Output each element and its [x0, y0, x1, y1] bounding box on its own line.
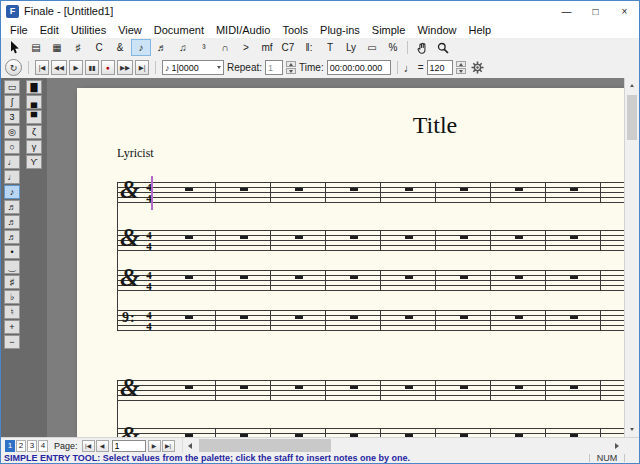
staff-6[interactable]: & — [117, 428, 624, 437]
speedy-entry-tool[interactable]: ♬ — [152, 39, 172, 56]
counter-input[interactable] — [172, 63, 216, 73]
scroll-up-button[interactable] — [625, 78, 639, 93]
spinner-down-icon[interactable] — [456, 68, 466, 74]
maximize-button[interactable]: □ — [581, 1, 610, 21]
repeat-tool[interactable]: ‖: — [299, 39, 319, 56]
scroll-down-button[interactable] — [625, 422, 639, 437]
tuplet-tool[interactable]: ³ — [194, 39, 214, 56]
sixty-fourth-note[interactable]: ♬ — [4, 230, 20, 244]
next-page-button[interactable]: ▶ — [148, 440, 161, 452]
key-signature-tool[interactable]: ♯ — [68, 39, 88, 56]
page-button-1[interactable]: 1 — [5, 440, 15, 452]
grace-note[interactable]: ʃ — [4, 95, 20, 109]
counter-field[interactable]: ♪ — [162, 60, 224, 75]
double-whole-note[interactable]: ◎ — [4, 125, 20, 139]
go-to-beginning-button[interactable]: |◀ — [35, 60, 49, 75]
menu-document[interactable]: Document — [148, 23, 210, 37]
previous-page-button[interactable]: ◀ — [96, 440, 109, 452]
staff-3[interactable]: & 44 — [117, 270, 624, 291]
repeat-input[interactable] — [268, 63, 280, 73]
thirty-second-note[interactable]: ♬ — [4, 215, 20, 229]
menu-utilities[interactable]: Utilities — [65, 23, 112, 37]
tempo-input[interactable] — [430, 63, 450, 73]
chord-tool[interactable]: C7 — [278, 39, 298, 56]
staff-tool[interactable]: ▤ — [26, 39, 46, 56]
whole-note[interactable]: ○ — [4, 140, 20, 154]
scroll-right-button[interactable] — [609, 438, 624, 453]
time-signature-tool[interactable]: C — [89, 39, 109, 56]
first-page-button[interactable]: |◀ — [82, 440, 95, 452]
menu-tools[interactable]: Tools — [276, 23, 314, 37]
staff-4[interactable]: 9: 44 — [117, 310, 624, 331]
sharp[interactable]: ♯ — [4, 275, 20, 289]
time-field[interactable] — [327, 60, 391, 75]
record-button[interactable]: ● — [101, 60, 115, 75]
tuplet[interactable]: 3 — [4, 110, 20, 124]
natural[interactable]: ♮ — [4, 305, 20, 319]
expression-tool[interactable]: mf — [257, 39, 277, 56]
sixteenth-rest[interactable]: ϒ — [26, 155, 42, 169]
menu-midi-audio[interactable]: MIDI/Audio — [210, 23, 276, 37]
go-to-end-button[interactable]: ▶| — [135, 60, 149, 75]
tempo-field[interactable] — [427, 60, 453, 75]
menu-file[interactable]: File — [4, 23, 34, 37]
selection-tool[interactable] — [5, 39, 25, 56]
vertical-scrollbar[interactable] — [624, 78, 639, 437]
menu-window[interactable]: Window — [411, 23, 462, 37]
play-button[interactable]: ▶ — [69, 60, 83, 75]
augmentation-dot[interactable]: • — [4, 245, 20, 259]
close-button[interactable]: × — [610, 1, 639, 21]
spinner-down-icon[interactable] — [286, 68, 296, 74]
zoom-tool[interactable] — [433, 39, 453, 56]
repeat-field[interactable] — [265, 60, 283, 75]
score-viewport[interactable]: Title Lyricist & 44 & 44 — [47, 78, 624, 437]
horizontal-scroll-thumb[interactable] — [199, 439, 331, 452]
sixteenth-note[interactable]: ♬ — [4, 200, 20, 214]
last-page-button[interactable]: ▶| — [162, 440, 175, 452]
pause-button[interactable]: ▮▮ — [85, 60, 99, 75]
playback-controls-icon[interactable]: ↻ — [5, 59, 22, 76]
flat[interactable]: ♭ — [4, 290, 20, 304]
menu-simple[interactable]: Simple — [366, 23, 412, 37]
time-input[interactable] — [330, 63, 388, 73]
eraser-tool[interactable]: ▭ — [4, 80, 20, 94]
gear-icon[interactable] — [469, 59, 486, 76]
clef-tool[interactable]: & — [110, 39, 130, 56]
tie[interactable]: ‿ — [4, 260, 20, 274]
page-number-input[interactable] — [112, 440, 146, 452]
counter-dropdown-icon[interactable] — [217, 66, 221, 69]
rewind-button[interactable]: ◀◀ — [51, 60, 67, 75]
half-step-down[interactable]: − — [4, 335, 20, 349]
menu-edit[interactable]: Edit — [34, 23, 65, 37]
half-note[interactable]: ♩ — [4, 155, 20, 169]
resize-tool[interactable]: % — [383, 39, 403, 56]
spinner-up-icon[interactable] — [456, 61, 466, 67]
page-layout-tool[interactable]: ▭ — [362, 39, 382, 56]
score-page[interactable]: Title Lyricist & 44 & 44 — [77, 88, 624, 437]
menu-view[interactable]: View — [112, 23, 148, 37]
staff-2[interactable]: & 44 — [117, 230, 624, 251]
half-step-up[interactable]: + — [4, 320, 20, 334]
half-rest[interactable]: ▀ — [26, 110, 42, 124]
whole-rest[interactable]: ▄ — [26, 95, 42, 109]
menu-help[interactable]: Help — [463, 23, 498, 37]
vertical-scroll-thumb[interactable] — [627, 95, 637, 140]
staff-5[interactable]: & — [117, 380, 624, 401]
minimize-button[interactable]: — — [552, 1, 581, 21]
lyrics-tool[interactable]: Ly — [341, 39, 361, 56]
smart-shape-tool[interactable]: ∩ — [215, 39, 235, 56]
tempo-spinner[interactable] — [456, 61, 466, 74]
staff-1[interactable]: & 44 — [117, 182, 624, 203]
articulation-tool[interactable]: > — [236, 39, 256, 56]
quarter-rest[interactable]: ζ — [26, 125, 42, 139]
page-button-4[interactable]: 4 — [38, 440, 48, 452]
horizontal-scrollbar[interactable] — [182, 438, 624, 453]
text-tool[interactable]: T — [320, 39, 340, 56]
double-whole-rest[interactable]: ▇ — [26, 80, 42, 94]
simple-entry-tool[interactable]: ♪ — [131, 39, 151, 56]
page-button-2[interactable]: 2 — [16, 440, 26, 452]
hyperscribe-tool[interactable]: ♫ — [173, 39, 193, 56]
menu-plug-ins[interactable]: Plug-ins — [314, 23, 366, 37]
spinner-up-icon[interactable] — [286, 61, 296, 67]
eighth-rest[interactable]: γ — [26, 140, 42, 154]
